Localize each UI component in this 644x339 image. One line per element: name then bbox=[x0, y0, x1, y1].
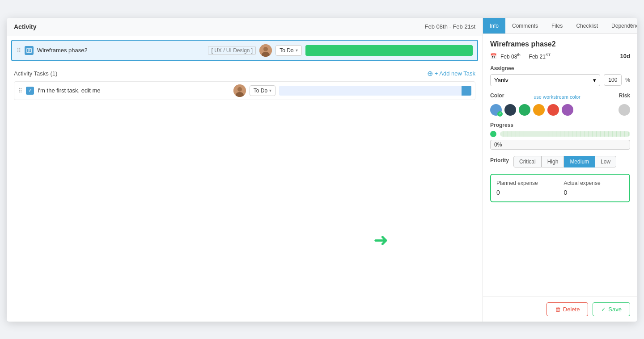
priority-high-button[interactable]: High bbox=[542, 156, 564, 167]
planned-expense-value[interactable]: 0 bbox=[496, 189, 557, 196]
date-info-row: 📅 Feb 08th — Feb 21ST 10d bbox=[490, 53, 630, 60]
color-risk-row bbox=[490, 104, 630, 116]
actual-expense-value[interactable]: 0 bbox=[564, 189, 624, 196]
tasks-title: Activity Tasks (1) bbox=[14, 70, 57, 77]
progress-track[interactable] bbox=[500, 131, 630, 137]
tab-files[interactable]: Files bbox=[545, 18, 569, 33]
task-chevron-icon: ▾ bbox=[269, 88, 271, 93]
assignee-row: Yaniv ▾ 100 % bbox=[490, 74, 630, 86]
priority-critical-button[interactable]: Critical bbox=[513, 156, 542, 167]
activity-header-title: Activity bbox=[14, 23, 37, 30]
left-panel: Activity Feb 08th - Feb 21st ⠿ Wireframe… bbox=[7, 18, 483, 322]
risk-circle[interactable] bbox=[619, 104, 630, 116]
progress-section: Progress 0% bbox=[490, 122, 630, 150]
task-status-dropdown[interactable]: To Do ▾ bbox=[250, 85, 275, 96]
expense-row: Planned expense 0 Actual expense 0 bbox=[496, 180, 624, 196]
activity-row[interactable]: ⠿ Wireframes phase2 [ UX / UI Design ] T… bbox=[11, 40, 478, 61]
activity-tag: [ UX / UI Design ] bbox=[208, 46, 256, 55]
assignee-select[interactable]: Yaniv ▾ bbox=[490, 74, 600, 86]
assignee-label: Assignee bbox=[490, 65, 630, 71]
chevron-down-icon: ▾ bbox=[296, 48, 298, 53]
activity-status-value: To Do bbox=[280, 47, 293, 54]
colors-palette bbox=[490, 104, 573, 116]
color-swatch-purple[interactable] bbox=[562, 104, 573, 116]
save-label: Save bbox=[608, 306, 622, 313]
assignee-chevron-icon: ▾ bbox=[593, 77, 596, 84]
drag-handle-icon: ⠿ bbox=[17, 47, 21, 54]
delete-button[interactable]: 🗑 Delete bbox=[547, 302, 589, 316]
tab-info[interactable]: Info bbox=[483, 18, 505, 33]
task-gantt-bar bbox=[279, 86, 471, 96]
activity-status-dropdown[interactable]: To Do ▾ bbox=[275, 45, 301, 56]
priority-low-button[interactable]: Low bbox=[595, 156, 616, 167]
risk-label: Risk bbox=[619, 92, 630, 99]
calendar-icon: 📅 bbox=[490, 53, 497, 59]
tab-checklist[interactable]: Checklist bbox=[569, 18, 605, 33]
svg-point-8 bbox=[237, 87, 242, 92]
priority-label: Priority bbox=[490, 157, 509, 163]
activity-avatar bbox=[259, 44, 272, 57]
main-container: Activity Feb 08th - Feb 21st ⠿ Wireframe… bbox=[0, 0, 644, 339]
delete-label: Delete bbox=[563, 306, 580, 313]
planned-expense-label: Planned expense bbox=[496, 180, 557, 186]
priority-buttons: Critical High Medium Low bbox=[513, 156, 616, 167]
color-swatch-blue[interactable] bbox=[490, 104, 502, 116]
right-content: Wireframes phase2 📅 Feb 08th — Feb 21ST … bbox=[483, 34, 637, 297]
task-avatar bbox=[233, 84, 246, 97]
close-button[interactable]: × bbox=[629, 21, 633, 29]
add-task-label: + Add new Task bbox=[435, 70, 475, 77]
task-row[interactable]: ⠿ ✓ I'm the first task, edit me To Do ▾ bbox=[14, 81, 475, 100]
task-checkbox-icon[interactable]: ✓ bbox=[26, 87, 34, 95]
color-swatch-dark[interactable] bbox=[504, 104, 516, 116]
expense-section: Planned expense 0 Actual expense 0 bbox=[490, 174, 630, 202]
task-gantt-end-marker bbox=[462, 86, 471, 96]
task-status-value: To Do bbox=[254, 88, 267, 94]
tasks-section: Activity Tasks (1) ⊕ + Add new Task ⠿ ✓ … bbox=[7, 65, 483, 105]
svg-point-5 bbox=[263, 47, 268, 51]
progress-value[interactable]: 0% bbox=[490, 140, 630, 150]
percent-sign: % bbox=[625, 77, 630, 83]
color-swatch-green[interactable] bbox=[519, 104, 530, 116]
use-workstream-link[interactable]: use workstream color bbox=[534, 94, 580, 100]
task-drag-handle-icon: ⠿ bbox=[18, 87, 22, 94]
right-activity-title: Wireframes phase2 bbox=[490, 40, 630, 48]
gantt-bar-fill bbox=[305, 45, 473, 56]
priority-medium-button[interactable]: Medium bbox=[564, 156, 595, 167]
duration-text: 10d bbox=[620, 53, 630, 59]
assignee-value: Yaniv bbox=[494, 77, 508, 84]
green-arrow-icon: ➜ bbox=[373, 230, 389, 250]
progress-dot-icon bbox=[490, 131, 496, 137]
task-name: I'm the first task, edit me bbox=[38, 87, 230, 94]
actual-expense-label: Actual expense bbox=[564, 180, 624, 186]
activity-header: Activity Feb 08th - Feb 21st bbox=[7, 18, 483, 36]
color-label-row: Color use workstream color Risk bbox=[490, 92, 630, 101]
actual-expense-col: Actual expense 0 bbox=[564, 180, 624, 196]
right-panel: × Info Comments Files Checklist Dependen… bbox=[483, 18, 637, 322]
planned-expense-col: Planned expense 0 bbox=[496, 180, 557, 196]
task-type-icon bbox=[25, 46, 34, 55]
plus-icon: ⊕ bbox=[427, 69, 433, 78]
color-label: Color bbox=[490, 92, 504, 99]
percent-input[interactable]: 100 bbox=[604, 74, 622, 86]
tasks-header: Activity Tasks (1) ⊕ + Add new Task bbox=[14, 69, 475, 78]
tabs-bar: Info Comments Files Checklist Dependenci… bbox=[483, 18, 637, 34]
trash-icon: 🗑 bbox=[555, 306, 561, 313]
date-range: Feb 08th - Feb 21st bbox=[425, 23, 475, 30]
activity-gantt-bar bbox=[305, 45, 473, 56]
add-task-button[interactable]: ⊕ + Add new Task bbox=[427, 69, 475, 78]
save-button[interactable]: ✓ Save bbox=[593, 302, 630, 316]
arrow-annotation: ➜ bbox=[373, 230, 389, 250]
color-section: Color use workstream color Risk bbox=[490, 92, 630, 116]
bottom-buttons: 🗑 Delete ✓ Save bbox=[483, 297, 637, 322]
date-from-text: Feb 08th — Feb 21ST bbox=[500, 53, 551, 60]
progress-label: Progress bbox=[490, 122, 630, 128]
color-swatch-orange[interactable] bbox=[533, 104, 545, 116]
color-swatch-red[interactable] bbox=[547, 104, 559, 116]
priority-section: Priority Critical High Medium Low bbox=[490, 156, 630, 167]
tab-comments[interactable]: Comments bbox=[505, 18, 545, 33]
progress-bar-container bbox=[490, 131, 630, 137]
activity-name: Wireframes phase2 bbox=[37, 47, 204, 54]
window: Activity Feb 08th - Feb 21st ⠿ Wireframe… bbox=[7, 18, 637, 322]
check-icon: ✓ bbox=[601, 306, 606, 313]
